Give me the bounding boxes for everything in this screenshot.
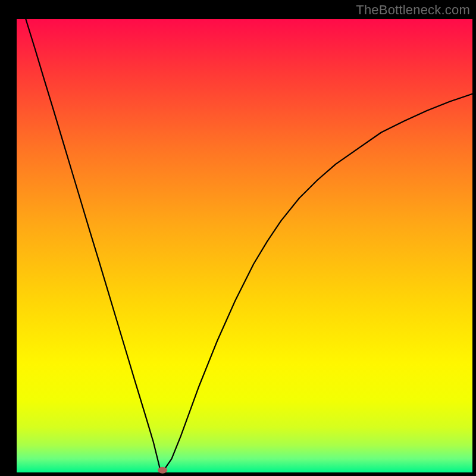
watermark-text: TheBottleneck.com <box>356 2 470 18</box>
plot-background <box>17 19 472 472</box>
optimum-marker <box>158 467 167 474</box>
chart-container: { "watermark": "TheBottleneck.com", "cha… <box>0 0 476 476</box>
bottleneck-chart <box>0 0 476 476</box>
